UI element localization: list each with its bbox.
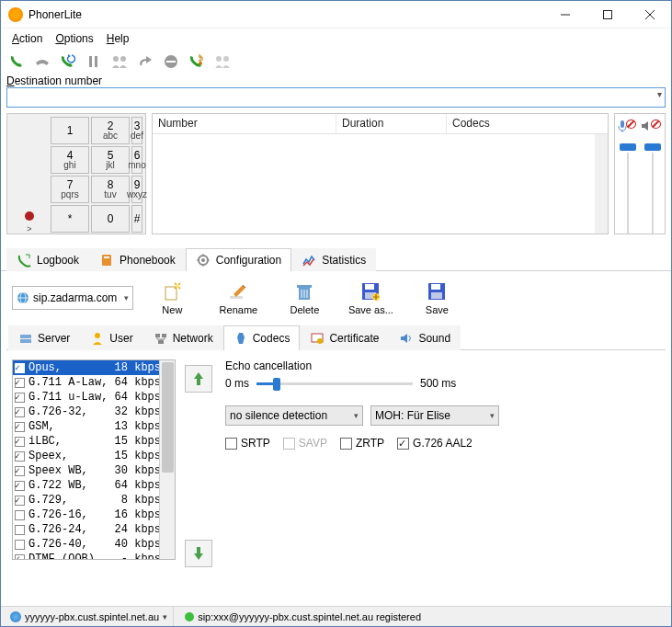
codec-checkbox[interactable] (15, 554, 25, 561)
hold-icon[interactable] (84, 51, 104, 72)
key-1[interactable]: 1 (51, 117, 89, 144)
codec-checkbox[interactable] (15, 510, 25, 520)
svg-rect-42 (20, 339, 31, 343)
mic-volume-slider[interactable] (615, 138, 640, 234)
codec-checkbox[interactable] (15, 363, 25, 373)
move-up-button[interactable] (185, 365, 212, 393)
echo-slider[interactable] (256, 374, 413, 393)
key-5[interactable]: 5jkl (91, 146, 130, 174)
minimize-button[interactable] (544, 1, 587, 28)
key-7[interactable]: 7pqrs (51, 176, 89, 203)
codec-row[interactable]: Speex WB, 30 kbps (13, 463, 175, 478)
codec-row[interactable]: Opus, 18 kbps (13, 360, 175, 375)
profile-delete-button[interactable]: Delete (277, 280, 332, 315)
codec-checkbox[interactable] (15, 496, 25, 506)
menu-options[interactable]: Options (50, 30, 98, 47)
subtab-network[interactable]: Network (143, 325, 223, 350)
codec-row[interactable]: G.711 A-Law, 64 kbps (13, 375, 175, 390)
codec-checkbox[interactable] (15, 437, 25, 447)
status-server[interactable]: yyyyyy-pbx.cust.spintel.net.au▾ (5, 607, 174, 626)
key-4[interactable]: 4ghi (51, 146, 89, 174)
codec-checkbox[interactable] (15, 378, 25, 388)
col-duration[interactable]: Duration (336, 114, 447, 133)
svg-rect-44 (155, 334, 160, 337)
menu-action[interactable]: Action (6, 30, 48, 47)
codec-row[interactable]: iLBC, 15 kbps (13, 434, 175, 449)
key-8[interactable]: 8tuv (91, 176, 130, 203)
srtp-checkbox[interactable]: SRTP (225, 437, 270, 450)
menu-help[interactable]: Help (101, 30, 135, 47)
speaker-mute-icon[interactable] (640, 114, 665, 138)
codec-checkbox[interactable] (15, 540, 25, 550)
key-3[interactable]: 3def (131, 117, 142, 144)
tab-configuration[interactable]: Configuration (186, 248, 291, 271)
mic-mute-icon[interactable] (615, 114, 640, 138)
destination-dropdown-button[interactable]: ▾ (657, 89, 662, 99)
profile-rename-button[interactable]: Rename (211, 280, 266, 315)
codec-row[interactable]: G.726-24, 24 kbps (13, 522, 175, 537)
key-0[interactable]: 0 (91, 205, 130, 233)
subtab-user[interactable]: User (80, 325, 142, 350)
key-2[interactable]: 2abc (91, 117, 130, 144)
subtab-codecs[interactable]: Codecs (223, 325, 301, 350)
speaker-volume-slider[interactable] (640, 138, 665, 234)
profile-save-button[interactable]: Save (409, 280, 464, 315)
profile-dropdown[interactable]: sip.zadarma.com ▾ (12, 286, 133, 310)
tab-logbook[interactable]: Logbook (6, 248, 89, 271)
autoanswer-icon[interactable] (187, 51, 207, 72)
conference-icon[interactable] (109, 51, 130, 72)
codec-row[interactable]: G.726-32, 32 kbps (13, 405, 175, 419)
codec-row[interactable]: G.726-16, 16 kbps (13, 507, 175, 522)
codec-checkbox[interactable] (15, 525, 25, 535)
codec-list[interactable]: Opus, 18 kbpsG.711 A-Law, 64 kbpsG.711 u… (12, 359, 176, 560)
maximize-button[interactable] (587, 1, 629, 28)
codec-row[interactable]: DTMF (OOB), - kbps (13, 552, 175, 560)
contacts-icon[interactable] (212, 51, 233, 72)
tab-statistics[interactable]: Statistics (291, 248, 376, 271)
profile-saveas-button[interactable]: Save as... (343, 280, 398, 315)
subtab-certificate[interactable]: Certificate (300, 325, 389, 350)
svg-point-12 (223, 56, 229, 62)
key-#[interactable]: # (131, 205, 142, 233)
move-down-button[interactable] (185, 540, 212, 567)
codec-checkbox[interactable] (15, 466, 25, 476)
svg-rect-40 (431, 292, 442, 299)
codec-row[interactable]: G.711 u-Law, 64 kbps (13, 390, 175, 405)
codec-checkbox[interactable] (15, 481, 25, 491)
zrtp-checkbox[interactable]: ZRTP (340, 437, 384, 450)
codec-checkbox[interactable] (15, 393, 25, 403)
tab-phonebook[interactable]: Phonebook (89, 248, 186, 271)
hangup-icon[interactable] (32, 51, 52, 72)
codec-scrollbar[interactable] (159, 360, 175, 559)
profile-new-button[interactable]: New (144, 280, 199, 315)
codec-checkbox[interactable] (15, 451, 25, 462)
col-codecs[interactable]: Codecs (447, 114, 608, 133)
close-button[interactable] (629, 1, 671, 28)
key-*[interactable]: * (51, 205, 89, 233)
col-number[interactable]: Number (153, 114, 336, 133)
codec-row[interactable]: Speex, 15 kbps (13, 449, 175, 463)
keypad-expand-button[interactable]: > (27, 224, 31, 234)
call-list-body[interactable] (153, 134, 608, 234)
codec-row[interactable]: G.722 WB, 64 kbps (13, 478, 175, 493)
codec-row[interactable]: G.726-40, 40 kbps (13, 537, 175, 552)
subtab-server[interactable]: Server (8, 325, 80, 350)
redial-icon[interactable] (58, 51, 78, 72)
key-9[interactable]: 9wxyz (131, 176, 142, 203)
destination-input[interactable] (6, 87, 666, 108)
subtab-sound[interactable]: Sound (389, 325, 461, 350)
dial-icon[interactable] (6, 51, 27, 72)
silence-detection-dropdown[interactable]: no silence detection▾ (225, 405, 363, 426)
key-6[interactable]: 6mno (131, 146, 142, 174)
codec-checkbox[interactable] (15, 407, 25, 417)
dnd-icon[interactable] (161, 51, 181, 72)
moh-dropdown[interactable]: MOH: Für Elise▾ (370, 405, 499, 426)
codec-checkbox[interactable] (15, 422, 25, 432)
svg-point-6 (113, 56, 119, 62)
svg-point-7 (120, 56, 126, 62)
codec-row[interactable]: G.729, 8 kbps (13, 493, 175, 507)
g726aal2-checkbox[interactable]: G.726 AAL2 (397, 437, 473, 450)
transfer-icon[interactable] (135, 51, 155, 72)
codec-row[interactable]: GSM, 13 kbps (13, 419, 175, 434)
record-indicator-icon (25, 211, 34, 221)
